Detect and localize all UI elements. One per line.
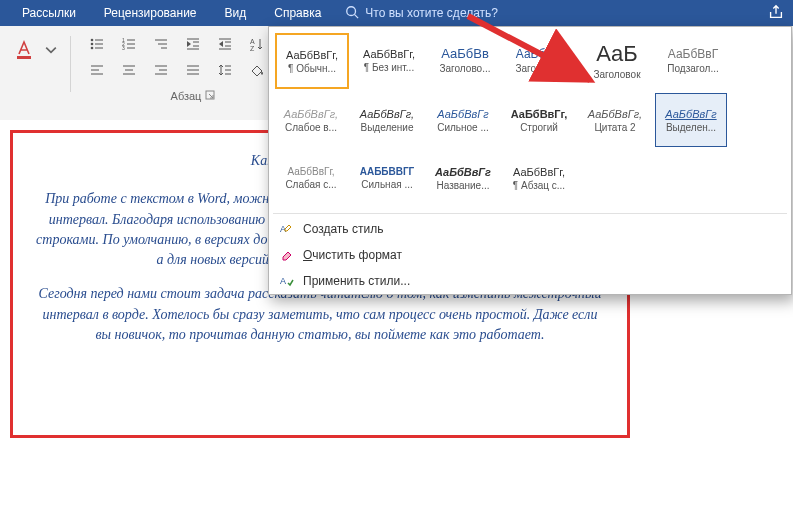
style-box[interactable]: АаБбВвГг,¶ Без инт...	[353, 33, 425, 87]
style-box[interactable]: АаБЗаголовок	[581, 33, 653, 87]
bullets-button[interactable]	[83, 32, 111, 56]
style-box[interactable]: АаБбВвГг,¶ Абзац с...	[503, 151, 575, 205]
menu-review[interactable]: Рецензирование	[90, 0, 211, 26]
align-right-button[interactable]	[147, 58, 175, 82]
style-box[interactable]: АаБбВвГг,¶ Обычн...	[275, 33, 349, 89]
create-style-icon: A	[279, 221, 295, 237]
style-label: Выделение	[361, 122, 414, 133]
tell-me-search[interactable]: Что вы хотите сделать?	[345, 5, 498, 22]
font-color-group	[8, 32, 58, 68]
numbering-button[interactable]: 123	[115, 32, 143, 56]
search-icon	[345, 5, 359, 22]
style-preview: АаБбВвГ	[668, 47, 718, 61]
apply-styles-item[interactable]: A Применить стили...	[269, 268, 791, 294]
style-box[interactable]: АаБбВвЗаголово...	[429, 33, 501, 87]
style-box[interactable]: АаБбВвГгНазвание...	[427, 151, 499, 205]
clear-format-item[interactable]: Очистить формат	[269, 242, 791, 268]
styles-gallery-panel: АаБбВвГг,¶ Обычн...АаБбВвГг,¶ Без инт...…	[268, 26, 792, 295]
style-box[interactable]: АаБбВвГгВыделен...	[655, 93, 727, 147]
increase-indent-button[interactable]	[211, 32, 239, 56]
svg-point-5	[91, 47, 94, 50]
style-label: ¶ Без инт...	[364, 62, 414, 73]
svg-point-0	[347, 6, 356, 15]
style-box[interactable]: АаБбВвГг,Слабая с...	[275, 151, 347, 205]
styles-grid: АаБбВвГг,¶ Обычн...АаБбВвГг,¶ Без инт...…	[269, 27, 791, 211]
svg-text:A: A	[280, 276, 286, 286]
svg-point-4	[91, 43, 94, 46]
style-box[interactable]: АаБбВвГг,Строгий	[503, 93, 575, 147]
search-placeholder: Что вы хотите сделать?	[365, 6, 498, 20]
line-spacing-button[interactable]	[211, 58, 239, 82]
sort-button[interactable]: AZ	[243, 32, 271, 56]
style-preview: АаБбВвГг,	[363, 48, 415, 60]
style-box[interactable]: АаБбВвГг,Слабое в...	[275, 93, 347, 147]
shading-button[interactable]	[243, 58, 271, 82]
dialog-launcher-icon[interactable]	[205, 90, 215, 102]
svg-text:Z: Z	[250, 45, 255, 52]
menu-mailings[interactable]: Рассылки	[8, 0, 90, 26]
style-box[interactable]: АаБбВвГЗаголово...	[505, 33, 577, 87]
menu-help[interactable]: Справка	[260, 0, 335, 26]
svg-point-3	[91, 39, 94, 42]
style-box[interactable]: АаБбВвГПодзагол...	[657, 33, 729, 87]
menu-view[interactable]: Вид	[211, 0, 261, 26]
style-label: ¶ Обычн...	[288, 63, 336, 74]
style-preview: АаБбВв	[441, 46, 489, 61]
create-style-item[interactable]: A Создать стиль	[269, 216, 791, 242]
svg-line-1	[355, 14, 359, 18]
style-label: Заголово...	[516, 63, 567, 74]
style-label: Заголово...	[440, 63, 491, 74]
style-preview: АаБбВвГг	[435, 166, 491, 178]
svg-rect-2	[17, 56, 31, 59]
style-label: Цитата 2	[594, 122, 635, 133]
style-preview: АаБбВвГг,	[287, 166, 334, 177]
svg-text:3: 3	[122, 45, 125, 51]
style-preview: АаБбВвГг,	[588, 108, 642, 120]
apply-styles-icon: A	[279, 273, 295, 289]
style-label: ¶ Абзац с...	[513, 180, 565, 191]
style-box[interactable]: ААББВВГГСильная ...	[351, 151, 423, 205]
font-color-button[interactable]	[8, 32, 40, 68]
style-label: Слабое в...	[285, 122, 337, 133]
style-preview: АаБбВвГг,	[513, 166, 565, 178]
menubar: Рассылки Рецензирование Вид Справка Что …	[0, 0, 793, 26]
style-label: Подзагол...	[667, 63, 718, 74]
style-label: Заголовок	[593, 69, 640, 80]
justify-button[interactable]	[179, 58, 207, 82]
style-preview: АаБбВвГг	[665, 108, 716, 120]
multilevel-button[interactable]	[147, 32, 175, 56]
svg-text:A: A	[250, 38, 255, 45]
eraser-icon	[279, 247, 295, 263]
style-preview: АаБбВвГг,	[511, 108, 568, 120]
style-box[interactable]: АаБбВвГг,Выделение	[351, 93, 423, 147]
font-color-dropdown[interactable]	[44, 38, 58, 62]
style-preview: АаБбВвГг,	[284, 108, 338, 120]
style-label: Название...	[436, 180, 489, 191]
style-label: Выделен...	[666, 122, 716, 133]
style-preview: АаБбВвГг,	[360, 108, 414, 120]
align-left-button[interactable]	[83, 58, 111, 82]
style-label: Строгий	[520, 122, 558, 133]
style-preview: АаБбВвГг	[437, 108, 488, 120]
style-box[interactable]: АаБбВвГг,Цитата 2	[579, 93, 651, 147]
style-preview: АаБ	[596, 41, 638, 67]
style-preview: ААББВВГГ	[360, 166, 415, 177]
align-center-button[interactable]	[115, 58, 143, 82]
style-preview: АаБбВвГг,	[286, 49, 338, 61]
style-label: Сильное ...	[437, 122, 489, 133]
style-label: Сильная ...	[361, 179, 412, 190]
style-box[interactable]: АаБбВвГгСильное ...	[427, 93, 499, 147]
decrease-indent-button[interactable]	[179, 32, 207, 56]
style-preview: АаБбВвГ	[516, 47, 566, 61]
share-button[interactable]	[767, 3, 785, 24]
style-label: Слабая с...	[285, 179, 336, 190]
